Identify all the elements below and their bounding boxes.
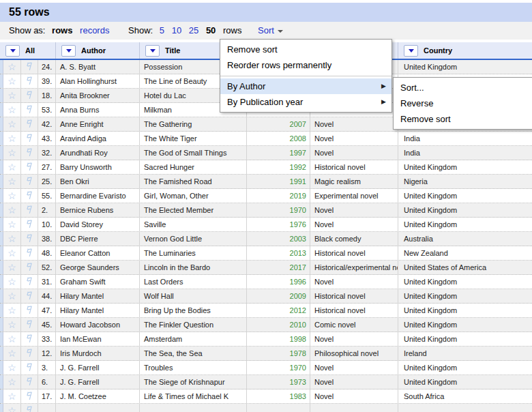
- star-icon[interactable]: ☆: [8, 277, 16, 286]
- cell-title: The White Tiger: [140, 132, 247, 145]
- cell-author: George Saunders: [56, 261, 140, 274]
- star-icon[interactable]: ☆: [8, 406, 16, 412]
- flag-icon[interactable]: [25, 305, 34, 316]
- year-link[interactable]: 2013: [290, 249, 306, 257]
- year-link[interactable]: 1998: [290, 335, 306, 343]
- flag-icon[interactable]: [25, 205, 34, 216]
- star-icon[interactable]: ☆: [8, 291, 16, 301]
- star-icon[interactable]: ☆: [8, 320, 16, 329]
- star-icon[interactable]: ☆: [8, 234, 16, 244]
- year-link[interactable]: 2008: [290, 134, 306, 143]
- flag-icon[interactable]: [25, 61, 34, 72]
- star-icon[interactable]: ☆: [8, 177, 16, 186]
- star-icon[interactable]: ☆: [8, 162, 16, 172]
- star-icon[interactable]: ☆: [8, 148, 16, 158]
- flag-icon[interactable]: [25, 133, 34, 144]
- cell-genre: Novel: [310, 132, 398, 145]
- year-link[interactable]: 2019: [290, 192, 306, 200]
- submenu-item-sort-[interactable]: Sort...: [394, 80, 532, 95]
- column-header-all[interactable]: All: [0, 42, 56, 59]
- column-menu-button-author[interactable]: [61, 45, 76, 57]
- year-link[interactable]: 1978: [290, 349, 306, 357]
- year-link[interactable]: 2009: [290, 292, 306, 300]
- star-icon[interactable]: ☆: [8, 105, 16, 115]
- page-size-5-link[interactable]: 5: [160, 25, 164, 35]
- sort-menu-button[interactable]: Sort: [258, 25, 283, 35]
- year-link[interactable]: 1996: [290, 278, 306, 286]
- submenu-item-reverse[interactable]: Reverse: [394, 95, 532, 111]
- year-link[interactable]: 2007: [290, 120, 306, 128]
- flag-icon[interactable]: [25, 147, 34, 158]
- star-icon[interactable]: ☆: [8, 334, 16, 344]
- star-icon[interactable]: ☆: [8, 62, 16, 72]
- flag-icon[interactable]: [25, 405, 34, 412]
- flag-icon[interactable]: [25, 276, 34, 287]
- flag-icon[interactable]: [25, 362, 34, 373]
- flag-icon[interactable]: [25, 190, 34, 201]
- year-link[interactable]: 1970: [290, 206, 306, 214]
- flag-icon[interactable]: [25, 262, 34, 273]
- star-icon[interactable]: ☆: [8, 392, 16, 401]
- year-link[interactable]: 1983: [290, 392, 306, 400]
- year-link[interactable]: 1970: [290, 364, 306, 372]
- year-link[interactable]: 1973: [290, 378, 306, 386]
- column-menu-button-title[interactable]: [145, 45, 160, 57]
- flag-icon[interactable]: [25, 76, 34, 87]
- flag-icon[interactable]: [25, 391, 34, 402]
- star-icon[interactable]: ☆: [8, 263, 16, 272]
- year-link[interactable]: 2012: [290, 306, 306, 314]
- flag-cell: [21, 132, 38, 145]
- menu-item-reorder-rows-permanently[interactable]: Reorder rows permanently: [220, 57, 391, 73]
- star-icon[interactable]: ☆: [8, 248, 16, 258]
- column-header-author[interactable]: Author: [56, 42, 140, 59]
- menu-item-remove-sort[interactable]: Remove sort: [220, 42, 391, 57]
- page-size-50-option[interactable]: 50: [206, 25, 216, 35]
- submenu-item-remove-sort[interactable]: Remove sort: [394, 111, 532, 127]
- year-link[interactable]: 2010: [290, 321, 306, 329]
- year-link[interactable]: 1992: [290, 163, 306, 171]
- star-icon[interactable]: ☆: [8, 205, 16, 215]
- flag-icon[interactable]: [25, 176, 34, 187]
- flag-cell: [21, 347, 38, 360]
- star-icon[interactable]: ☆: [8, 119, 16, 129]
- star-icon[interactable]: ☆: [8, 76, 16, 86]
- star-icon[interactable]: ☆: [8, 91, 16, 100]
- menu-item-by-author[interactable]: By Author▶: [220, 78, 391, 94]
- menu-item-by-publication-year[interactable]: By Publication year▶: [220, 94, 391, 110]
- page-size-25-link[interactable]: 25: [189, 25, 198, 35]
- star-icon[interactable]: ☆: [8, 377, 16, 387]
- flag-icon[interactable]: [25, 162, 34, 173]
- column-header-country[interactable]: Country: [398, 42, 532, 59]
- flag-icon[interactable]: [25, 248, 34, 259]
- star-icon[interactable]: ☆: [8, 191, 16, 201]
- star-icon[interactable]: ☆: [8, 363, 16, 372]
- cell-title: Sacred Hunger: [140, 160, 247, 174]
- flag-icon[interactable]: [25, 219, 34, 230]
- flag-icon[interactable]: [25, 319, 34, 330]
- flag-icon[interactable]: [25, 104, 34, 115]
- flag-icon[interactable]: [25, 291, 34, 301]
- column-menu-button-country[interactable]: [404, 45, 418, 57]
- page-size-10-link[interactable]: 10: [172, 25, 181, 35]
- column-menu-button-all[interactable]: [5, 45, 20, 57]
- show-as-rows-option[interactable]: rows: [52, 25, 72, 35]
- year-link[interactable]: 2003: [290, 235, 306, 243]
- star-cell: ☆: [3, 304, 21, 317]
- star-icon[interactable]: ☆: [8, 349, 16, 358]
- flag-icon[interactable]: [25, 233, 34, 244]
- year-link[interactable]: 1976: [290, 220, 306, 229]
- cell-title: Vernon God Little: [140, 232, 247, 246]
- year-link[interactable]: 1991: [290, 177, 306, 186]
- star-icon[interactable]: ☆: [8, 134, 16, 143]
- year-link[interactable]: 1997: [290, 149, 306, 157]
- flag-icon[interactable]: [25, 119, 34, 130]
- flag-icon[interactable]: [25, 334, 34, 344]
- flag-icon[interactable]: [25, 377, 34, 387]
- star-icon[interactable]: ☆: [8, 220, 16, 229]
- flag-icon[interactable]: [25, 348, 34, 359]
- star-icon[interactable]: ☆: [8, 306, 16, 315]
- flag-icon[interactable]: [25, 90, 34, 101]
- year-link[interactable]: 2017: [290, 263, 306, 271]
- show-as-records-link[interactable]: records: [80, 25, 109, 35]
- cell-author: Ben Okri: [56, 175, 140, 188]
